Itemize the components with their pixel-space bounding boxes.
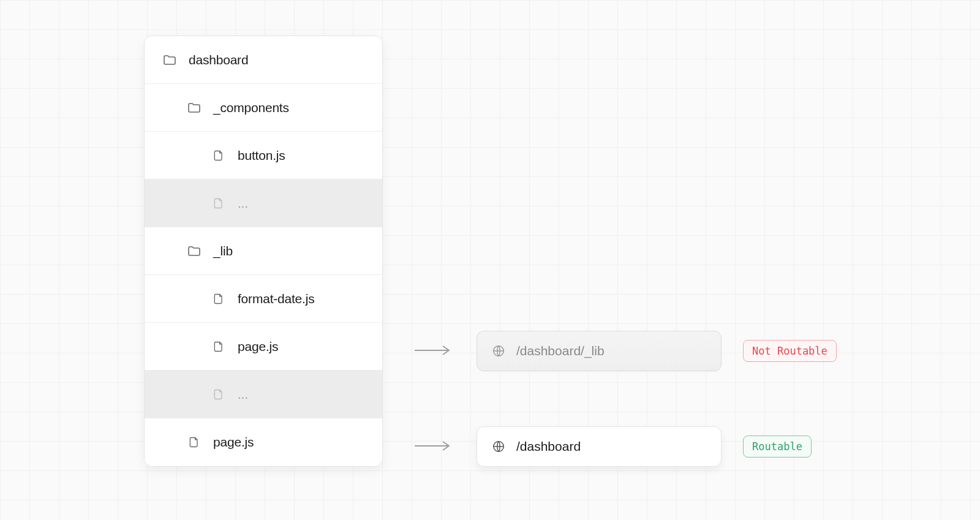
- file-icon: [211, 339, 227, 355]
- file-icon: [211, 386, 227, 402]
- file-icon: [211, 148, 227, 164]
- file-icon: [211, 291, 227, 307]
- file-tree: dashboard _components button.js ...: [144, 36, 383, 467]
- globe-icon: [492, 344, 505, 358]
- badge-routable: Routable: [743, 435, 812, 458]
- tree-row: page.js: [145, 418, 382, 466]
- file-icon: [186, 434, 202, 450]
- arrow-icon: [413, 343, 453, 360]
- folder-icon: [186, 243, 202, 259]
- tree-label: page.js: [213, 435, 254, 450]
- tree-row: format-date.js: [145, 275, 382, 323]
- tree-row: button.js: [145, 132, 382, 179]
- tree-label: ...: [238, 387, 248, 402]
- route-routable: /dashboard: [477, 426, 722, 467]
- tree-label: _components: [213, 100, 289, 115]
- tree-row-ellipsis: ...: [145, 179, 382, 227]
- tree-row-ellipsis: ...: [145, 371, 382, 418]
- route-path: /dashboard/_lib: [516, 344, 605, 358]
- badge-not-routable: Not Routable: [743, 340, 837, 362]
- globe-icon: [492, 440, 505, 453]
- tree-label: format-date.js: [238, 292, 314, 306]
- tree-label: _lib: [213, 244, 233, 258]
- tree-row: _lib: [145, 227, 382, 275]
- tree-label: page.js: [238, 339, 278, 354]
- tree-label: button.js: [238, 148, 285, 163]
- route-not-routable: /dashboard/_lib: [477, 331, 722, 371]
- folder-icon: [186, 100, 202, 116]
- arrow-icon: [413, 439, 453, 456]
- tree-label: dashboard: [189, 53, 248, 67]
- file-icon: [211, 195, 227, 211]
- tree-row-root: dashboard: [145, 36, 382, 84]
- tree-row: page.js: [145, 323, 382, 371]
- route-path: /dashboard: [516, 439, 581, 454]
- tree-label: ...: [238, 196, 248, 211]
- folder-icon: [162, 52, 178, 68]
- tree-row: _components: [145, 84, 382, 132]
